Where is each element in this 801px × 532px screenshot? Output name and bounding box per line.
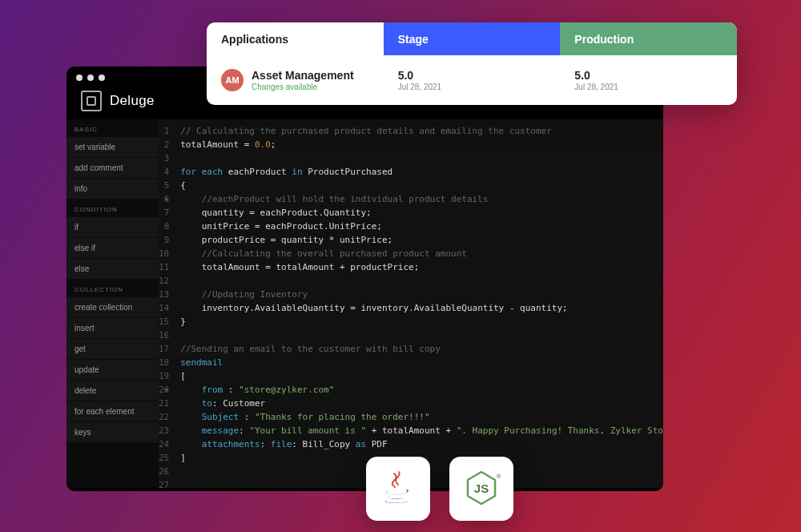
sidebar-group-header: COLLECTION	[66, 280, 159, 296]
snippets-sidebar: BASICset variableadd commentinfoCONDITIO…	[66, 119, 159, 488]
window-control-max[interactable]	[99, 75, 105, 81]
sidebar-item[interactable]: update	[66, 360, 159, 380]
sidebar-item[interactable]: insert	[66, 318, 159, 338]
prod-date: Jul 28, 2021	[574, 83, 723, 91]
deployment-card: Applications Stage Production AM Asset M…	[207, 22, 737, 105]
header-production[interactable]: Production	[560, 22, 737, 55]
header-stage[interactable]: Stage	[384, 22, 561, 55]
sidebar-item[interactable]: set variable	[66, 137, 159, 157]
sidebar-item[interactable]: add comment	[66, 158, 159, 178]
sidebar-item[interactable]: get	[66, 339, 159, 359]
sidebar-item[interactable]: delete	[66, 381, 159, 401]
app-name: Asset Management	[252, 69, 354, 83]
card-row[interactable]: AM Asset Management Changes available 5.…	[207, 55, 737, 105]
sidebar-item[interactable]: for each element	[66, 401, 159, 421]
window-control-close[interactable]	[76, 75, 83, 81]
code-editor[interactable]: 12345 ▾678910111213141516171819 ▾2021222…	[159, 119, 663, 488]
deluge-logo-icon	[81, 91, 102, 111]
nodejs-icon: JS ®	[461, 469, 501, 509]
sidebar-item[interactable]: keys	[66, 422, 159, 442]
window-control-min[interactable]	[87, 75, 94, 81]
nodejs-badge[interactable]: JS ®	[449, 457, 513, 521]
sidebar-group-header: CONDITION	[66, 200, 159, 216]
prod-version: 5.0	[574, 69, 723, 83]
stage-version: 5.0	[398, 69, 546, 83]
app-status: Changes available	[252, 83, 354, 91]
stage-date: Jul 28, 2021	[398, 83, 546, 91]
java-icon	[380, 470, 417, 507]
java-badge[interactable]	[366, 457, 430, 521]
tech-badges: JS ®	[366, 457, 513, 521]
sidebar-item[interactable]: info	[66, 179, 159, 199]
card-header: Applications Stage Production	[207, 22, 737, 55]
sidebar-item[interactable]: else	[66, 259, 159, 279]
svg-text:®: ®	[497, 474, 501, 479]
line-gutter: 12345 ▾678910111213141516171819 ▾2021222…	[159, 119, 174, 488]
deluge-editor-window: Deluge BASICset variableadd commentinfoC…	[66, 66, 663, 491]
sidebar-item[interactable]: else if	[66, 238, 159, 258]
sidebar-item[interactable]: if	[66, 217, 159, 237]
editor-brand-name: Deluge	[110, 93, 155, 109]
app-avatar: AM	[221, 69, 244, 91]
sidebar-item[interactable]: create collection	[66, 297, 159, 317]
header-applications[interactable]: Applications	[207, 22, 384, 55]
svg-text:JS: JS	[474, 482, 489, 495]
code-content[interactable]: // Calculating the purchased product det…	[174, 119, 663, 488]
sidebar-group-header: BASIC	[66, 119, 159, 136]
